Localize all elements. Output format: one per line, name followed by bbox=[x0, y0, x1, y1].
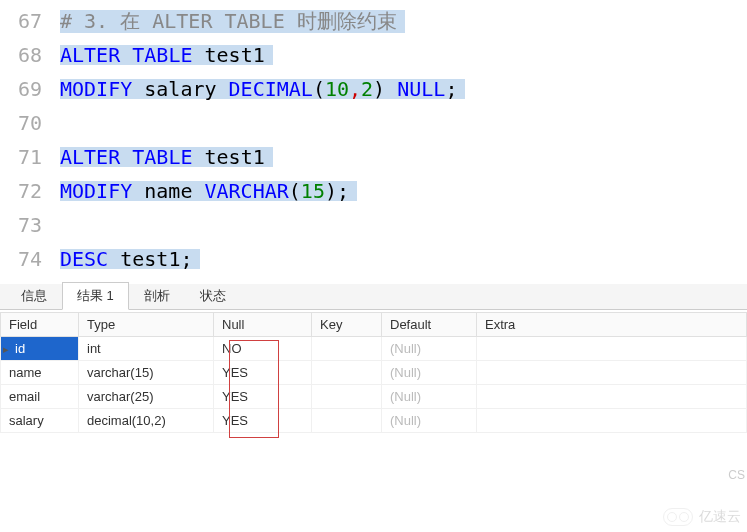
line-number: 70 bbox=[0, 111, 60, 135]
column-header[interactable]: Type bbox=[79, 313, 214, 337]
table-cell[interactable]: int bbox=[79, 337, 214, 361]
table-cell[interactable]: NO bbox=[214, 337, 312, 361]
table-row[interactable]: emailvarchar(25)YES(Null) bbox=[1, 385, 747, 409]
table-cell[interactable] bbox=[312, 337, 382, 361]
watermark-text: 亿速云 bbox=[699, 508, 741, 526]
watermark-icon bbox=[663, 508, 693, 526]
tab-信息[interactable]: 信息 bbox=[6, 282, 62, 309]
table-cell[interactable] bbox=[312, 385, 382, 409]
table-row[interactable]: ▸idintNO(Null) bbox=[1, 337, 747, 361]
table-cell[interactable] bbox=[477, 409, 747, 433]
line-number: 74 bbox=[0, 247, 60, 271]
column-header[interactable]: Field bbox=[1, 313, 79, 337]
sql-editor[interactable]: 67# 3. 在 ALTER TABLE 时删除约束68ALTER TABLE … bbox=[0, 0, 747, 284]
code-line[interactable]: 72MODIFY name VARCHAR(15); bbox=[0, 174, 747, 208]
row-indicator-icon: ▸ bbox=[3, 342, 9, 355]
line-number: 73 bbox=[0, 213, 60, 237]
code-line[interactable]: 67# 3. 在 ALTER TABLE 时删除约束 bbox=[0, 4, 747, 38]
column-header[interactable]: Null bbox=[214, 313, 312, 337]
line-number: 68 bbox=[0, 43, 60, 67]
results-table[interactable]: FieldTypeNullKeyDefaultExtra ▸idintNO(Nu… bbox=[0, 312, 747, 433]
line-number: 69 bbox=[0, 77, 60, 101]
table-cell[interactable]: email bbox=[1, 385, 79, 409]
table-row[interactable]: namevarchar(15)YES(Null) bbox=[1, 361, 747, 385]
table-cell[interactable]: (Null) bbox=[382, 361, 477, 385]
column-header[interactable]: Default bbox=[382, 313, 477, 337]
table-cell[interactable]: salary bbox=[1, 409, 79, 433]
table-cell[interactable] bbox=[312, 409, 382, 433]
line-number: 71 bbox=[0, 145, 60, 169]
table-row[interactable]: salarydecimal(10,2)YES(Null) bbox=[1, 409, 747, 433]
table-cell[interactable]: (Null) bbox=[382, 385, 477, 409]
table-cell[interactable]: ▸id bbox=[1, 337, 79, 361]
table-cell[interactable]: name bbox=[1, 361, 79, 385]
watermark: 亿速云 bbox=[663, 508, 741, 526]
table-cell[interactable] bbox=[477, 361, 747, 385]
table-cell[interactable]: (Null) bbox=[382, 409, 477, 433]
table-cell[interactable] bbox=[312, 361, 382, 385]
results-panel: FieldTypeNullKeyDefaultExtra ▸idintNO(Nu… bbox=[0, 312, 747, 433]
table-cell[interactable] bbox=[477, 385, 747, 409]
table-cell[interactable] bbox=[477, 337, 747, 361]
code-line[interactable]: 69MODIFY salary DECIMAL(10,2) NULL; bbox=[0, 72, 747, 106]
column-header[interactable]: Extra bbox=[477, 313, 747, 337]
line-number: 72 bbox=[0, 179, 60, 203]
tab-结果1[interactable]: 结果 1 bbox=[62, 282, 129, 310]
table-cell[interactable]: YES bbox=[214, 409, 312, 433]
code-line[interactable]: 71ALTER TABLE test1 bbox=[0, 140, 747, 174]
tab-状态[interactable]: 状态 bbox=[185, 282, 241, 309]
results-tabs: 信息结果 1剖析状态 bbox=[0, 284, 747, 310]
code-line[interactable]: 70 bbox=[0, 106, 747, 140]
table-cell[interactable]: (Null) bbox=[382, 337, 477, 361]
line-number: 67 bbox=[0, 9, 60, 33]
table-cell[interactable]: varchar(25) bbox=[79, 385, 214, 409]
tab-剖析[interactable]: 剖析 bbox=[129, 282, 185, 309]
cs-label: CS bbox=[728, 468, 745, 482]
table-cell[interactable]: YES bbox=[214, 361, 312, 385]
table-cell[interactable]: decimal(10,2) bbox=[79, 409, 214, 433]
column-header[interactable]: Key bbox=[312, 313, 382, 337]
code-line[interactable]: 74DESC test1; bbox=[0, 242, 747, 276]
table-cell[interactable]: varchar(15) bbox=[79, 361, 214, 385]
table-cell[interactable]: YES bbox=[214, 385, 312, 409]
code-line[interactable]: 68ALTER TABLE test1 bbox=[0, 38, 747, 72]
code-line[interactable]: 73 bbox=[0, 208, 747, 242]
